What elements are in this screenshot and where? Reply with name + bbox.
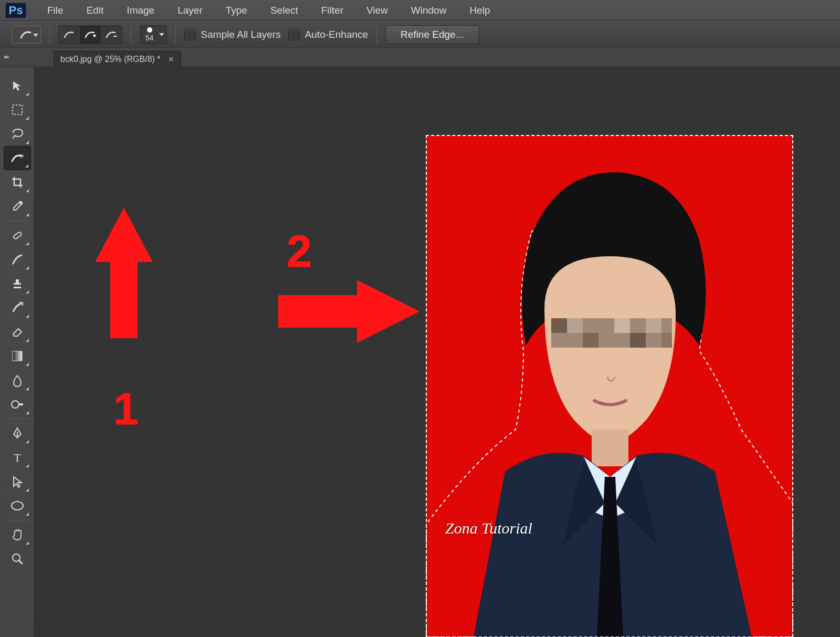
move-tool[interactable] <box>4 74 31 98</box>
healing-brush-tool[interactable] <box>4 223 31 247</box>
path-selection-tool[interactable] <box>4 469 31 494</box>
crop-icon <box>11 176 24 189</box>
sample-all-layers-checkbox[interactable]: Sample All Layers <box>184 29 281 40</box>
chevron-down-icon <box>159 33 164 36</box>
blur-icon <box>12 374 23 387</box>
add-to-selection-button[interactable] <box>80 26 100 43</box>
portrait-illustration <box>426 135 793 637</box>
svg-marker-12 <box>100 214 148 335</box>
menu-file[interactable]: File <box>36 5 75 16</box>
brush-dot-icon <box>147 27 152 33</box>
canvas-image[interactable]: Zona Tutorial <box>426 135 793 637</box>
pen-tool[interactable] <box>4 421 31 445</box>
subtract-from-selection-button[interactable] <box>101 26 121 43</box>
menu-window[interactable]: Window <box>400 5 458 16</box>
history-brush-tool[interactable] <box>4 296 31 320</box>
auto-enhance-checkbox[interactable]: Auto-Enhance <box>288 29 368 40</box>
gradient-icon <box>12 350 23 362</box>
menu-filter[interactable]: Filter <box>310 5 355 16</box>
new-selection-button[interactable] <box>59 26 79 43</box>
eraser-icon <box>11 326 24 338</box>
type-tool[interactable]: T <box>4 445 31 469</box>
brush-tool[interactable] <box>4 247 31 271</box>
document-tab-bar: ▸▸ bck0.jpg @ 25% (RGB/8) * ✕ <box>0 48 840 67</box>
zoom-icon <box>11 552 24 565</box>
brush-icon <box>11 253 24 266</box>
menu-select[interactable]: Select <box>259 5 310 16</box>
bandaid-icon <box>11 229 24 242</box>
svg-rect-20 <box>630 333 646 348</box>
annotation-arrow-2: 2 <box>260 225 428 335</box>
menu-edit[interactable]: Edit <box>75 5 116 16</box>
annotation-arrow-1: 1 <box>87 214 161 435</box>
lasso-tool[interactable] <box>4 122 31 146</box>
menu-image[interactable]: Image <box>115 5 166 16</box>
brush-plus-icon <box>85 30 96 39</box>
quick-selection-icon <box>10 152 24 164</box>
svg-rect-0 <box>13 105 22 114</box>
annotation-number-2: 2 <box>287 226 312 276</box>
clone-stamp-tool[interactable] <box>4 271 31 296</box>
selection-mode-group <box>58 25 122 44</box>
gradient-tool[interactable] <box>4 344 31 368</box>
svg-point-5 <box>12 401 19 408</box>
svg-line-11 <box>19 560 23 564</box>
svg-rect-6 <box>18 403 23 405</box>
ellipse-icon <box>10 500 24 511</box>
svg-rect-19 <box>614 318 630 333</box>
menu-layer[interactable]: Layer <box>166 5 214 16</box>
checkbox-icon <box>184 29 196 40</box>
brush-size-picker[interactable]: 54 <box>140 25 167 44</box>
tool-preset-picker[interactable] <box>12 26 41 44</box>
svg-rect-17 <box>567 318 583 333</box>
brush-icon <box>64 30 75 39</box>
app-logo[interactable]: Ps <box>5 3 26 18</box>
svg-rect-4 <box>13 351 22 361</box>
canvas-area[interactable]: 1 2 <box>35 67 840 637</box>
stamp-icon <box>11 277 24 290</box>
move-icon <box>11 79 24 92</box>
eyedropper-tool[interactable] <box>4 194 31 218</box>
zoom-tool[interactable] <box>4 547 31 571</box>
shape-tool[interactable] <box>4 494 31 518</box>
menu-view[interactable]: View <box>355 5 400 16</box>
arrow-cursor-icon <box>12 476 23 487</box>
dodge-icon <box>10 399 24 410</box>
refine-edge-button[interactable]: Refine Edge... <box>385 25 479 44</box>
watermark-text: Zona Tutorial <box>445 519 532 537</box>
quick-selection-tool[interactable] <box>4 146 31 170</box>
svg-rect-22 <box>662 333 672 348</box>
svg-rect-21 <box>646 318 662 333</box>
svg-point-10 <box>13 554 20 561</box>
tools-panel: T <box>0 67 35 637</box>
brush-size-value: 54 <box>145 34 154 42</box>
pen-icon <box>12 427 23 440</box>
crop-tool[interactable] <box>4 170 31 194</box>
options-bar: 54 Sample All Layers Auto-Enhance Refine… <box>0 21 840 48</box>
brush-icon <box>20 29 33 40</box>
document-tab-title: bck0.jpg @ 25% (RGB/8) * <box>60 55 161 64</box>
checkbox-icon <box>288 29 300 40</box>
marquee-icon <box>11 103 24 116</box>
annotation-number-1: 1 <box>113 383 139 434</box>
menu-help[interactable]: Help <box>458 5 501 16</box>
marquee-tool[interactable] <box>4 98 31 122</box>
collapse-panel-icon[interactable]: ▸▸ <box>4 53 8 60</box>
svg-text:T: T <box>14 451 21 464</box>
svg-rect-18 <box>583 333 598 348</box>
svg-point-9 <box>12 502 23 510</box>
close-tab-icon[interactable]: ✕ <box>168 55 174 64</box>
document-tab[interactable]: bck0.jpg @ 25% (RGB/8) * ✕ <box>54 51 181 67</box>
menu-type[interactable]: Type <box>214 5 259 16</box>
type-icon: T <box>12 452 23 463</box>
menu-bar: Ps File Edit Image Layer Type Select Fil… <box>0 0 840 21</box>
workspace: T Quick Selection Tool W Magic Wand Tool… <box>0 67 840 637</box>
lasso-icon <box>10 128 24 140</box>
blur-tool[interactable] <box>4 368 31 392</box>
hand-tool[interactable] <box>4 523 31 547</box>
eyedropper-icon <box>11 200 24 213</box>
eraser-tool[interactable] <box>4 320 31 344</box>
svg-rect-3 <box>13 232 22 239</box>
dodge-tool[interactable] <box>4 392 31 416</box>
svg-point-2 <box>19 201 23 204</box>
